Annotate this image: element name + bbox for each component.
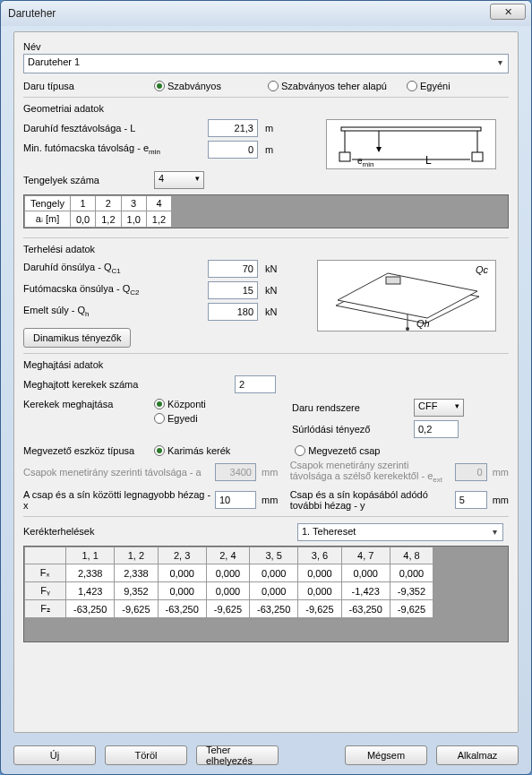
driven-wheels-label: Meghajtott kerekek száma	[23, 379, 229, 390]
titlebar: Daruteher ✕	[1, 1, 531, 26]
loads-header: Terhelési adatok	[23, 244, 509, 254]
radio-dot-icon	[154, 81, 165, 91]
radio-dot-icon	[295, 445, 305, 456]
span-label: Daruhíd fesztávolsága - L	[23, 123, 202, 133]
table-row: Fᵧ 1,4239,3520,0000,0000,0000,000-1,423-…	[25, 582, 433, 600]
guide-label: Megvezető eszköz típusa	[23, 445, 149, 456]
svg-marker-9	[338, 273, 477, 318]
span-unit: m	[265, 123, 273, 133]
svg-rect-3	[339, 152, 350, 161]
geom-header: Geometriai adatok	[23, 103, 509, 114]
emin-unit: m	[265, 144, 273, 155]
name-combo[interactable]: Daruteher 1	[23, 54, 509, 73]
pin-dist-label: Csapok menetirány szerinti távolsága - a	[23, 467, 211, 478]
pin-dist-input	[215, 463, 256, 481]
gap-x-input[interactable]	[215, 491, 256, 509]
svg-point-11	[406, 327, 409, 331]
qc1-label: Daruhíd önsúlya - QC1	[23, 262, 202, 275]
type-label: Daru típusa	[23, 81, 149, 91]
axle-table: Tengely 1 2 3 4 aᵢ [m] 0,0 1,2 1,0 1,2	[24, 195, 172, 228]
pin-ext-input	[455, 463, 487, 481]
qh-input[interactable]	[208, 303, 258, 321]
emin-label: Min. futómacska távolság - emin	[23, 142, 202, 156]
axle-count-combo[interactable]: 4	[154, 171, 204, 189]
radio-dot-icon	[268, 81, 279, 91]
crane-system-combo[interactable]: CFF	[414, 399, 464, 417]
radio-dot-icon	[154, 399, 165, 409]
name-label: Név	[23, 41, 509, 52]
qc2-label: Futómacska önsúlya - QC2	[23, 283, 202, 297]
emin-input[interactable]	[208, 141, 258, 159]
radio-drive-individual[interactable]: Egyedi	[154, 413, 198, 424]
footer-buttons: Új Töröl Teher elhelyezés Mégsem Alkalma…	[13, 745, 519, 765]
svg-rect-4	[472, 152, 483, 161]
svg-rect-12	[386, 277, 400, 284]
friction-label: Súrlódási tényező	[292, 424, 408, 435]
axle-header-cell: Tengely	[25, 196, 71, 211]
radio-type-custom[interactable]: Egyéni	[407, 81, 450, 91]
close-button[interactable]: ✕	[490, 4, 526, 20]
qc1-input[interactable]	[208, 260, 258, 278]
gap-x-label: A csap és a sín közötti legnagyobb hézag…	[23, 489, 211, 511]
radio-type-std[interactable]: Szabványos	[154, 81, 221, 91]
crane-system-label: Daru rendszere	[292, 402, 408, 413]
name-value: Daruteher 1	[28, 56, 80, 67]
radio-dot-icon	[154, 445, 165, 456]
cancel-button[interactable]: Mégsem	[345, 745, 427, 765]
gap-y-label: Csap és a sín kopásából adódó további hé…	[290, 489, 451, 511]
friction-input[interactable]	[414, 420, 459, 438]
delete-button[interactable]: Töröl	[105, 745, 187, 765]
dynamic-factors-button[interactable]: Dinamikus tényezők	[23, 328, 131, 348]
radio-dot-icon	[154, 413, 165, 424]
radio-guide-pin[interactable]: Megvezető csap	[295, 445, 380, 456]
qc2-input[interactable]	[208, 281, 258, 299]
gap-y-input[interactable]	[455, 491, 487, 509]
drive-header: Meghajtási adatok	[23, 359, 509, 370]
table-row: Fₓ 2,3382,3380,0000,0000,0000,0000,0000,…	[25, 564, 433, 582]
radio-guide-flanged[interactable]: Karimás kerék	[154, 445, 230, 456]
wheel-drive-label: Kerekek meghajtása	[23, 399, 149, 409]
wheel-loads-table: 1, 11, 2 2, 32, 4 3, 53, 6 4, 74, 8 Fₓ 2…	[24, 547, 433, 618]
wheel-loads-header: Kerékterhelések	[23, 526, 292, 537]
radio-dot-icon	[407, 81, 417, 91]
radio-drive-central[interactable]: Központi	[154, 399, 206, 409]
radio-type-stdload[interactable]: Szabványos teher alapú	[268, 81, 387, 91]
driven-wheels-input[interactable]	[235, 375, 276, 393]
crane-load-diagram: Qc Qh	[317, 260, 496, 332]
svg-rect-0	[341, 127, 481, 131]
load-case-combo[interactable]: 1. Tehereset	[297, 523, 503, 541]
content-panel: Név Daruteher 1 Daru típusa Szabványos S…	[13, 31, 519, 733]
pin-ext-label: Csapok menetirány szerinti távolsága a s…	[290, 460, 451, 484]
new-button[interactable]: Új	[13, 745, 96, 765]
place-load-button[interactable]: Teher elhelyezés	[196, 745, 279, 765]
crane-geometry-diagram: emin L	[326, 119, 496, 169]
table-row: F₂ -63,250-9,625-63,250-9,625-63,250-9,6…	[25, 600, 433, 618]
window-title: Daruteher	[8, 7, 56, 20]
axle-count-label: Tengelyek száma	[23, 175, 149, 185]
span-input[interactable]	[208, 119, 258, 137]
close-icon: ✕	[504, 6, 512, 18]
qh-label: Emelt súly - Qh	[23, 305, 202, 318]
apply-button[interactable]: Alkalmaz	[436, 745, 519, 765]
